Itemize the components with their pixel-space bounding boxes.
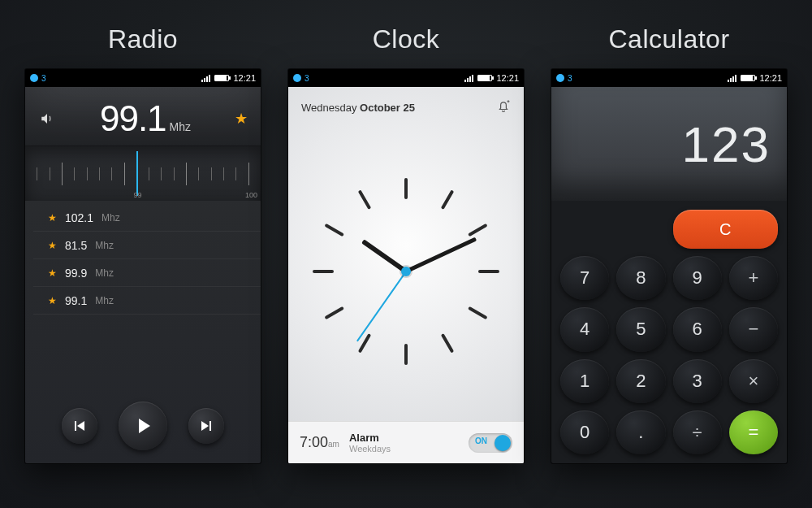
tuner-needle bbox=[136, 151, 138, 196]
dial-label: 100 bbox=[245, 191, 257, 199]
star-icon: ★ bbox=[48, 267, 57, 279]
carrier-indicator: 3 bbox=[30, 74, 46, 83]
favorite-row[interactable]: ★81.5Mhz bbox=[33, 232, 261, 259]
signal-icon bbox=[464, 75, 473, 82]
dial-label: 99 bbox=[133, 191, 141, 199]
favorite-star-icon[interactable]: ★ bbox=[235, 110, 248, 128]
carrier-indicator: 3 bbox=[293, 74, 309, 83]
alarm-row[interactable]: 7:00am Alarm Weekdays ON bbox=[288, 421, 524, 463]
key-divide[interactable]: ÷ bbox=[673, 410, 722, 454]
add-alarm-icon[interactable] bbox=[496, 98, 511, 116]
key-7[interactable]: 7 bbox=[560, 256, 609, 300]
clock-title: Clock bbox=[373, 24, 440, 54]
key-1[interactable]: 1 bbox=[560, 359, 609, 403]
calculator-phone: 3 12:21 123 C 7 8 9 + 4 5 6 bbox=[551, 69, 787, 463]
favorite-row[interactable]: ★102.1Mhz bbox=[33, 204, 261, 232]
carrier-indicator: 3 bbox=[556, 74, 572, 83]
alarm-time: 7:00am bbox=[300, 434, 339, 451]
key-6[interactable]: 6 bbox=[673, 307, 722, 351]
key-8[interactable]: 8 bbox=[616, 256, 665, 300]
key-2[interactable]: 2 bbox=[616, 359, 665, 403]
tuner-dial[interactable]: 99 100 bbox=[25, 145, 261, 201]
favorites-list: ★102.1Mhz ★81.5Mhz ★99.9Mhz ★99.1Mhz bbox=[25, 201, 261, 393]
calculator-column: Calculator 3 12:21 123 C 7 8 9 + bbox=[551, 24, 787, 463]
clock-phone: 3 12:21 Wednesday October 25 bbox=[288, 69, 524, 463]
key-minus[interactable]: − bbox=[729, 307, 778, 351]
calculator-title: Calculator bbox=[608, 24, 729, 54]
radio-title: Radio bbox=[108, 24, 178, 54]
clock-hub bbox=[401, 267, 411, 276]
radio-phone: 3 12:21 99.1Mhz ★ bbox=[25, 69, 261, 463]
second-hand bbox=[356, 271, 407, 341]
key-9[interactable]: 9 bbox=[673, 256, 722, 300]
favorite-row[interactable]: ★99.1Mhz bbox=[33, 287, 261, 315]
toggle-knob bbox=[495, 435, 511, 451]
star-icon: ★ bbox=[48, 240, 57, 251]
calculator-keypad: C 7 8 9 + 4 5 6 − 1 2 3 × 0 . ÷ = bbox=[551, 201, 787, 463]
date-label: Wednesday October 25 bbox=[301, 102, 415, 114]
key-decimal[interactable]: . bbox=[616, 410, 665, 454]
key-3[interactable]: 3 bbox=[673, 359, 722, 403]
next-button[interactable] bbox=[188, 408, 224, 444]
star-icon: ★ bbox=[48, 212, 57, 224]
play-icon bbox=[139, 419, 150, 433]
clock-face bbox=[288, 121, 524, 421]
status-time: 12:21 bbox=[233, 73, 256, 83]
alarm-repeat: Weekdays bbox=[349, 444, 459, 454]
battery-icon bbox=[741, 75, 755, 81]
key-4[interactable]: 4 bbox=[560, 307, 609, 351]
status-time: 12:21 bbox=[759, 73, 782, 83]
radio-header: 99.1Mhz ★ bbox=[25, 87, 261, 145]
clock-header: Wednesday October 25 bbox=[288, 87, 524, 121]
status-bar: 3 12:21 bbox=[551, 69, 787, 87]
key-equals[interactable]: = bbox=[729, 410, 778, 454]
speaker-icon[interactable] bbox=[38, 110, 56, 128]
status-bar: 3 12:21 bbox=[25, 69, 261, 87]
signal-icon bbox=[201, 75, 210, 82]
battery-icon bbox=[214, 75, 229, 81]
battery-icon bbox=[477, 75, 492, 81]
clear-button[interactable]: C bbox=[673, 210, 779, 249]
key-5[interactable]: 5 bbox=[616, 307, 665, 351]
minute-hand bbox=[405, 237, 477, 273]
favorite-row[interactable]: ★99.9Mhz bbox=[33, 259, 261, 287]
play-button[interactable] bbox=[119, 402, 167, 450]
radio-controls bbox=[25, 393, 261, 463]
status-time: 12:21 bbox=[496, 73, 519, 83]
alarm-toggle[interactable]: ON bbox=[469, 433, 512, 453]
prev-button[interactable] bbox=[62, 408, 97, 444]
key-0[interactable]: 0 bbox=[560, 410, 609, 454]
star-icon: ★ bbox=[48, 295, 57, 306]
status-bar: 3 12:21 bbox=[288, 69, 524, 87]
alarm-label: Alarm bbox=[349, 432, 459, 444]
key-plus[interactable]: + bbox=[729, 256, 778, 300]
radio-column: Radio 3 12:21 99.1Mhz ★ bbox=[25, 24, 261, 463]
hour-hand bbox=[361, 239, 408, 273]
key-multiply[interactable]: × bbox=[729, 359, 778, 403]
calculator-display: 123 bbox=[551, 87, 787, 201]
current-frequency: 99.1Mhz bbox=[64, 98, 227, 139]
signal-icon bbox=[728, 75, 736, 82]
clock-column: Clock 3 12:21 Wednesday October 25 bbox=[288, 24, 524, 463]
